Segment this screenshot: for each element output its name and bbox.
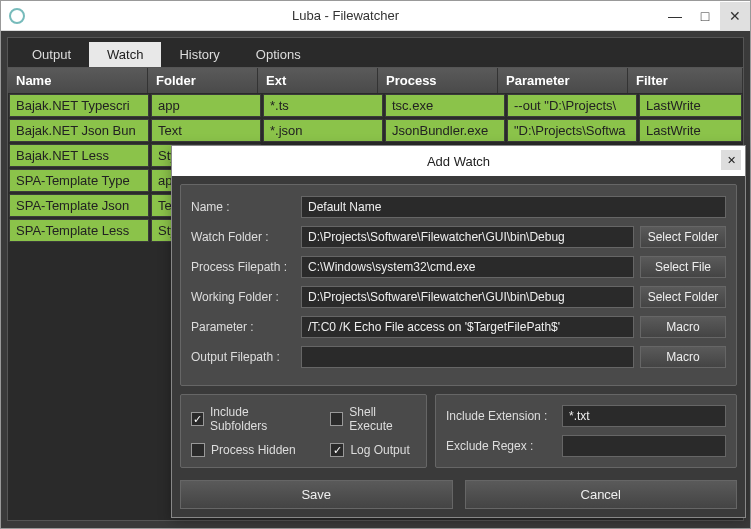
output-filepath-label: Output Filepath : bbox=[191, 350, 301, 364]
table-row[interactable]: Bajak.NET Typescriapp*.tstsc.exe--out "D… bbox=[8, 93, 743, 118]
cell-ext[interactable]: *.json bbox=[263, 119, 383, 142]
cell-name[interactable]: SPA-Template Less bbox=[9, 219, 149, 242]
cell-folder[interactable]: app bbox=[151, 94, 261, 117]
include-extension-label: Include Extension : bbox=[446, 409, 562, 423]
include-extension-input[interactable] bbox=[562, 405, 726, 427]
cell-folder[interactable]: Text bbox=[151, 119, 261, 142]
dialog-titlebar: Add Watch ✕ bbox=[172, 146, 745, 176]
minimize-button[interactable]: — bbox=[660, 2, 690, 30]
cell-filter[interactable]: LastWrite bbox=[639, 94, 742, 117]
parameter-input[interactable] bbox=[301, 316, 634, 338]
add-watch-dialog: Add Watch ✕ Name : Watch Folder : Select… bbox=[171, 145, 746, 518]
close-button[interactable]: ✕ bbox=[720, 2, 750, 30]
checkbox-icon bbox=[191, 412, 204, 426]
cell-process[interactable]: tsc.exe bbox=[385, 94, 505, 117]
dialog-body: Name : Watch Folder : Select Folder Proc… bbox=[172, 176, 745, 517]
watch-folder-input[interactable] bbox=[301, 226, 634, 248]
tab-watch[interactable]: Watch bbox=[89, 42, 161, 67]
tab-options[interactable]: Options bbox=[238, 42, 319, 67]
col-parameter[interactable]: Parameter bbox=[498, 68, 628, 93]
checkbox-icon bbox=[191, 443, 205, 457]
tab-bar: Output Watch History Options bbox=[7, 37, 744, 68]
window-controls: — □ ✕ bbox=[660, 2, 750, 30]
form-panel: Name : Watch Folder : Select Folder Proc… bbox=[180, 184, 737, 386]
checks-panel: Include Subfolders Process Hidden Shell … bbox=[180, 394, 427, 468]
cell-parameter[interactable]: --out "D:\Projects\ bbox=[507, 94, 637, 117]
working-folder-input[interactable] bbox=[301, 286, 634, 308]
process-hidden-check[interactable]: Process Hidden bbox=[191, 443, 300, 457]
watch-folder-label: Watch Folder : bbox=[191, 230, 301, 244]
cell-name[interactable]: SPA-Template Json bbox=[9, 194, 149, 217]
select-working-folder-button[interactable]: Select Folder bbox=[640, 286, 726, 308]
exclude-regex-label: Exclude Regex : bbox=[446, 439, 562, 453]
dialog-close-button[interactable]: ✕ bbox=[721, 150, 741, 170]
save-button[interactable]: Save bbox=[180, 480, 453, 509]
app-icon bbox=[9, 8, 25, 24]
col-filter[interactable]: Filter bbox=[628, 68, 743, 93]
tab-output[interactable]: Output bbox=[14, 42, 89, 67]
parameter-macro-button[interactable]: Macro bbox=[640, 316, 726, 338]
parameter-label: Parameter : bbox=[191, 320, 301, 334]
cell-process[interactable]: JsonBundler.exe bbox=[385, 119, 505, 142]
table-row[interactable]: Bajak.NET Json BunText*.jsonJsonBundler.… bbox=[8, 118, 743, 143]
cancel-button[interactable]: Cancel bbox=[465, 480, 738, 509]
select-watch-folder-button[interactable]: Select Folder bbox=[640, 226, 726, 248]
shell-execute-check[interactable]: Shell Execute bbox=[330, 405, 416, 433]
grid-header: Name Folder Ext Process Parameter Filter bbox=[8, 68, 743, 93]
select-file-button[interactable]: Select File bbox=[640, 256, 726, 278]
process-filepath-input[interactable] bbox=[301, 256, 634, 278]
checkbox-icon bbox=[330, 443, 344, 457]
maximize-button[interactable]: □ bbox=[690, 2, 720, 30]
working-folder-label: Working Folder : bbox=[191, 290, 301, 304]
tab-history[interactable]: History bbox=[161, 42, 237, 67]
window-title: Luba - Filewatcher bbox=[31, 8, 660, 23]
cell-parameter[interactable]: "D:\Projects\Softwa bbox=[507, 119, 637, 142]
name-label: Name : bbox=[191, 200, 301, 214]
col-folder[interactable]: Folder bbox=[148, 68, 258, 93]
log-output-check[interactable]: Log Output bbox=[330, 443, 416, 457]
exclude-regex-input[interactable] bbox=[562, 435, 726, 457]
cell-ext[interactable]: *.ts bbox=[263, 94, 383, 117]
cell-name[interactable]: SPA-Template Type bbox=[9, 169, 149, 192]
name-input[interactable] bbox=[301, 196, 726, 218]
cell-filter[interactable]: LastWrite bbox=[639, 119, 742, 142]
dialog-buttons: Save Cancel bbox=[180, 476, 737, 509]
col-process[interactable]: Process bbox=[378, 68, 498, 93]
dialog-title: Add Watch bbox=[427, 154, 490, 169]
titlebar: Luba - Filewatcher — □ ✕ bbox=[1, 1, 750, 31]
output-macro-button[interactable]: Macro bbox=[640, 346, 726, 368]
include-subfolders-check[interactable]: Include Subfolders bbox=[191, 405, 300, 433]
cell-name[interactable]: Bajak.NET Typescri bbox=[9, 94, 149, 117]
output-filepath-input[interactable] bbox=[301, 346, 634, 368]
col-ext[interactable]: Ext bbox=[258, 68, 378, 93]
cell-name[interactable]: Bajak.NET Less bbox=[9, 144, 149, 167]
process-filepath-label: Process Filepath : bbox=[191, 260, 301, 274]
filter-panel: Include Extension : Exclude Regex : bbox=[435, 394, 737, 468]
col-name[interactable]: Name bbox=[8, 68, 148, 93]
cell-name[interactable]: Bajak.NET Json Bun bbox=[9, 119, 149, 142]
checkbox-icon bbox=[330, 412, 343, 426]
